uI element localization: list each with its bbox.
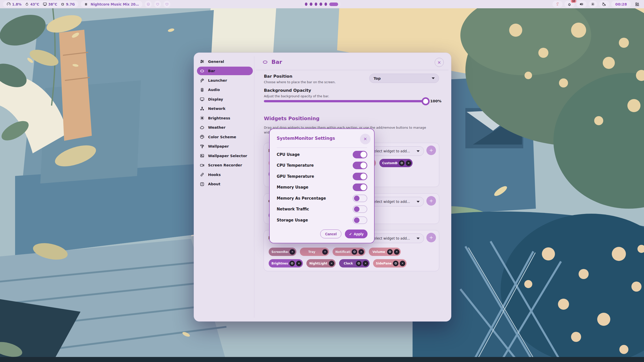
chevron-down-icon (432, 77, 435, 79)
toggle-knob (360, 184, 367, 190)
tray-app-icon[interactable] (552, 1, 562, 8)
gpu-temperature-toggle[interactable] (353, 173, 367, 180)
widget-chip-nightlight[interactable]: NightLight × (306, 259, 336, 267)
night-light-button[interactable] (599, 1, 609, 8)
chip-icon (61, 2, 65, 6)
sidebar-item-wallpaper-selector[interactable]: Wallpaper Selector (197, 152, 253, 160)
left-add-widget-button[interactable]: + (426, 146, 436, 155)
gear-icon[interactable]: ⚙ (387, 249, 393, 255)
widget-chip-clock[interactable]: Clock ⚙ × (339, 259, 370, 267)
sidebar-item-launcher[interactable]: Launcher (197, 76, 253, 85)
workspace-dot[interactable] (315, 3, 317, 6)
remove-icon[interactable]: × (358, 249, 364, 255)
system-stats-pill[interactable]: 1.8% 43°C 38°C 9.7G (3, 1, 78, 8)
sidebar-item-wallpaper[interactable]: Wallpaper (197, 142, 253, 151)
cpu-temp-stat: 43°C (25, 2, 39, 6)
skull-button[interactable] (145, 1, 152, 8)
center-add-widget-dropdown[interactable]: Select widget to add... (368, 197, 424, 206)
bar-position-dropdown[interactable]: Top (369, 74, 439, 83)
remove-icon[interactable]: × (290, 249, 295, 255)
paint-roller-icon (200, 144, 205, 149)
sidebar-item-display[interactable]: Display (197, 95, 253, 104)
widget-chip-screenrecorder[interactable]: ScreenReco… × (269, 248, 296, 256)
toggle-knob (360, 162, 367, 168)
window-close-button[interactable]: × (435, 58, 444, 67)
widget-chip-volume[interactable]: Volume ⚙ × (369, 248, 401, 256)
bar-position-label: Bar Position (264, 74, 336, 79)
widget-chip-custombutton[interactable]: CustomButt… ⚙ × (379, 159, 413, 167)
header-divider (256, 70, 449, 70)
sidebar-item-brightness[interactable]: Brightness (197, 114, 253, 122)
clock[interactable]: 00:28 (611, 1, 631, 8)
bell-icon (567, 2, 572, 6)
gear-icon[interactable]: ⚙ (352, 249, 357, 255)
heart-button-1[interactable] (154, 1, 161, 8)
palette-icon (200, 134, 205, 139)
workspace-dot-active[interactable] (329, 3, 338, 6)
workspace-dot[interactable] (305, 3, 307, 6)
cpu-temperature-toggle[interactable] (353, 162, 367, 169)
media-player-pill[interactable]: Nightcore Music Mix 20… (81, 1, 142, 8)
toggle-knob (360, 152, 367, 158)
gear-icon[interactable]: ⚙ (289, 261, 295, 266)
chevron-down-icon (417, 201, 420, 203)
sidebar-item-network[interactable]: Network (197, 104, 253, 113)
sidebar-item-hooks[interactable]: Hooks (197, 170, 253, 179)
storage-usage-toggle[interactable] (353, 216, 367, 224)
sidebar-item-bar[interactable]: Bar (197, 67, 253, 75)
sidebar-item-weather[interactable]: Weather (197, 123, 253, 132)
chevron-down-icon (417, 238, 420, 239)
brightness-button[interactable] (589, 1, 597, 8)
remove-icon[interactable]: × (363, 261, 368, 266)
modal-divider (277, 148, 367, 148)
oval-icon (262, 59, 268, 65)
right-add-widget-button[interactable]: + (426, 233, 436, 242)
remove-icon[interactable]: × (322, 249, 328, 255)
workspace-dot[interactable] (325, 3, 327, 6)
flame-icon (25, 2, 29, 6)
sidebar-item-about[interactable]: About (197, 180, 253, 188)
slider-handle[interactable] (422, 97, 430, 105)
widget-chip-tray[interactable]: Tray × (300, 248, 329, 256)
memory-usage-toggle[interactable] (353, 184, 367, 191)
link-icon (200, 172, 205, 177)
workspace-dot[interactable] (310, 3, 312, 6)
sidebar-item-general[interactable]: General (197, 57, 253, 66)
remove-icon[interactable]: × (400, 261, 405, 266)
heart-button-2[interactable] (164, 1, 170, 8)
notifications-button[interactable]: 10 (565, 1, 575, 8)
cpu-usage-toggle[interactable] (353, 151, 367, 158)
gear-icon[interactable]: ⚙ (399, 160, 405, 166)
widget-chip-sidepanel[interactable]: SidePanelT… ⚙ × (373, 259, 407, 267)
center-add-widget-button[interactable]: + (426, 196, 436, 206)
volume-button[interactable] (577, 1, 587, 8)
right-add-widget-dropdown[interactable]: Select widget to add... (368, 234, 424, 243)
apply-button[interactable]: ✓ Apply (345, 230, 368, 238)
cancel-button[interactable]: Cancel (320, 230, 341, 238)
widget-chip-notification[interactable]: Notification… ⚙ × (333, 248, 365, 256)
background-opacity-slider[interactable] (264, 100, 426, 102)
cpu-usage-stat: 1.8% (7, 2, 21, 6)
modal-close-button[interactable]: × (360, 134, 371, 144)
dashboard-button[interactable] (633, 1, 641, 8)
sidebar-item-color-scheme[interactable]: Color Scheme (197, 133, 253, 141)
remove-icon[interactable]: × (296, 261, 302, 266)
widget-chip-brightness[interactable]: Brightness ⚙ × (269, 259, 303, 267)
sidebar-item-audio[interactable]: Audio (197, 85, 253, 94)
remove-icon[interactable]: × (394, 249, 399, 255)
workspace-dot[interactable] (319, 3, 322, 6)
memory-as-percentage-toggle[interactable] (353, 195, 367, 202)
left-add-widget-dropdown[interactable]: Select widget to add... (368, 146, 424, 156)
clock-time: 00:28 (615, 2, 627, 6)
network-traffic-toggle[interactable] (353, 205, 367, 213)
gear-icon[interactable]: ⚙ (393, 261, 398, 266)
panel-header: Bar (262, 59, 282, 65)
bar-position-setting: Bar Position Choose where to place the b… (264, 74, 336, 84)
gear-icon[interactable]: ⚙ (356, 261, 361, 266)
sidebar-item-screen-recorder[interactable]: Screen Recorder (197, 161, 253, 169)
toggle-knob (354, 196, 359, 201)
remove-icon[interactable]: × (406, 160, 411, 166)
bar-position-value: Top (374, 76, 381, 80)
workspace-indicator[interactable] (302, 1, 341, 8)
remove-icon[interactable]: × (329, 261, 334, 266)
